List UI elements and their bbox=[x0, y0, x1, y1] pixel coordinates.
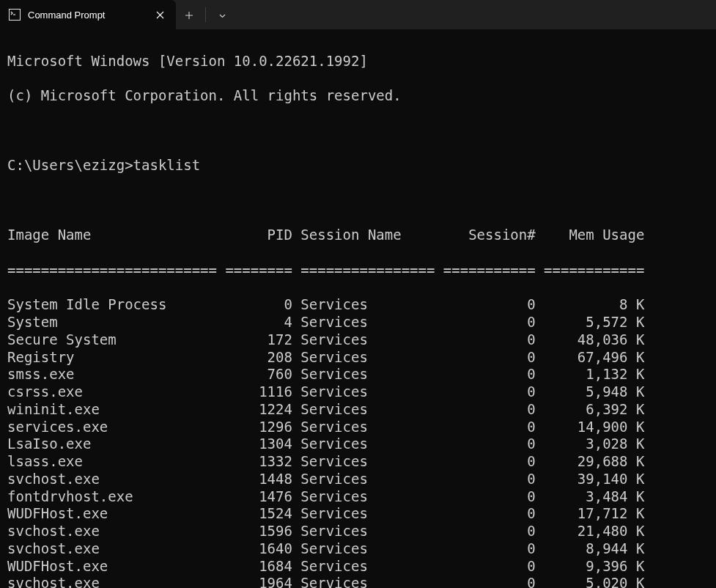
prompt-path: C:\Users\ezizg> bbox=[7, 157, 133, 173]
titlebar: Command Prompt bbox=[0, 0, 716, 29]
process-row: System Idle Process 0 Services 0 8 K bbox=[7, 296, 709, 314]
process-row: Secure System 172 Services 0 48,036 K bbox=[7, 331, 709, 349]
new-tab-button[interactable] bbox=[176, 2, 202, 29]
process-row: lsass.exe 1332 Services 0 29,688 K bbox=[7, 453, 709, 471]
process-row: wininit.exe 1224 Services 0 6,392 K bbox=[7, 401, 709, 419]
process-row: services.exe 1296 Services 0 14,900 K bbox=[7, 419, 709, 436]
process-row: WUDFHost.exe 1524 Services 0 17,712 K bbox=[7, 505, 709, 523]
active-tab[interactable]: Command Prompt bbox=[0, 0, 176, 29]
titlebar-controls bbox=[176, 0, 235, 29]
process-row: Registry 208 Services 0 67,496 K bbox=[7, 349, 709, 367]
process-row: svchost.exe 1448 Services 0 39,140 K bbox=[7, 471, 709, 488]
prompt-line: C:\Users\ezizg>tasklist bbox=[7, 157, 709, 174]
process-row: LsaIso.exe 1304 Services 0 3,028 K bbox=[7, 436, 709, 453]
process-list: System Idle Process 0 Services 0 8 KSyst… bbox=[7, 296, 709, 588]
command-prompt-icon bbox=[9, 9, 21, 21]
blank-line bbox=[7, 122, 709, 140]
blank-line bbox=[7, 192, 709, 210]
banner-copyright: (c) Microsoft Corporation. All rights re… bbox=[7, 87, 709, 105]
process-row: svchost.exe 1964 Services 0 5,020 K bbox=[7, 575, 709, 588]
process-row: smss.exe 760 Services 0 1,132 K bbox=[7, 366, 709, 383]
process-row: csrss.exe 1116 Services 0 5,948 K bbox=[7, 383, 709, 401]
process-row: fontdrvhost.exe 1476 Services 0 3,484 K bbox=[7, 488, 709, 506]
process-row: svchost.exe 1596 Services 0 21,480 K bbox=[7, 523, 709, 540]
titlebar-separator bbox=[205, 7, 206, 22]
process-row: svchost.exe 1640 Services 0 8,944 K bbox=[7, 540, 709, 558]
terminal-output[interactable]: Microsoft Windows [Version 10.0.22621.19… bbox=[0, 29, 716, 588]
tasklist-divider: ========================= ======== =====… bbox=[7, 262, 709, 279]
tasklist-header: Image Name PID Session Name Session# Mem… bbox=[7, 227, 709, 244]
process-row: WUDFHost.exe 1684 Services 0 9,396 K bbox=[7, 558, 709, 576]
tab-dropdown-button[interactable] bbox=[209, 2, 235, 29]
banner-version: Microsoft Windows [Version 10.0.22621.19… bbox=[7, 53, 709, 70]
tab-title: Command Prompt bbox=[28, 10, 152, 21]
process-row: System 4 Services 0 5,572 K bbox=[7, 314, 709, 331]
close-tab-button[interactable] bbox=[152, 7, 167, 22]
prompt-command: tasklist bbox=[133, 157, 201, 173]
